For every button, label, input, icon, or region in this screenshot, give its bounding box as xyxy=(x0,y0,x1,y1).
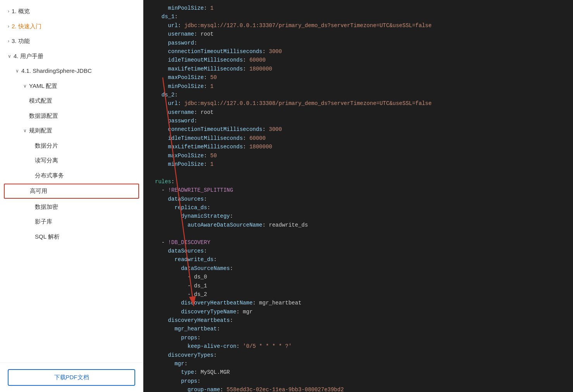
sidebar-item-label: 模式配置 xyxy=(29,96,52,105)
sidebar-item-label: 高可用 xyxy=(30,187,47,196)
sidebar-item-distributed-tx[interactable]: 分布式事务 xyxy=(0,168,143,183)
download-pdf-button[interactable]: 下载PDF文档 xyxy=(8,369,135,386)
sidebar-nav: › 1. 概览 › 2. 快速入门 › 3. 功能 ∨ 4. 用户手册 ∨ 4.… xyxy=(0,0,143,363)
code-display: minPoolSize: 1 ds_1: url: jdbc:mysql://1… xyxy=(143,0,573,392)
sidebar-item-label: 4.1. ShardingSphere-JDBC xyxy=(21,67,92,76)
sidebar-item-label: 4. 用户手册 xyxy=(14,52,43,61)
main-content: minPoolSize: 1 ds_1: url: jdbc:mysql://1… xyxy=(143,0,573,392)
sidebar-item-label: 数据加密 xyxy=(35,203,58,211)
arrow-icon: ∨ xyxy=(8,53,11,60)
sidebar-item-label: SQL 解析 xyxy=(35,232,60,241)
sidebar-item-rules-config[interactable]: ∨ 规则配置 xyxy=(0,123,143,138)
sidebar-item-overview[interactable]: › 1. 概览 xyxy=(0,4,143,19)
arrow-icon: ∨ xyxy=(23,127,27,134)
sidebar-footer: 下载PDF文档 xyxy=(0,363,143,392)
arrow-icon: ∨ xyxy=(15,67,19,74)
sidebar-item-shardingsphere-jdbc[interactable]: ∨ 4.1. ShardingSphere-JDBC xyxy=(0,64,143,79)
sidebar-item-label: 数据分片 xyxy=(35,141,58,150)
sidebar-item-usermanual[interactable]: ∨ 4. 用户手册 xyxy=(0,49,143,64)
arrow-icon: ∨ xyxy=(23,83,27,89)
sidebar-item-label: 读写分离 xyxy=(35,156,58,165)
sidebar-item-data-encrypt[interactable]: 数据加密 xyxy=(0,199,143,215)
sidebar-item-sql-parse[interactable]: SQL 解析 xyxy=(0,229,143,244)
sidebar-item-datasource-config[interactable]: 数据源配置 xyxy=(0,108,143,124)
sidebar-item-label: 2. 快速入门 xyxy=(12,22,41,31)
sidebar-item-quickstart[interactable]: › 2. 快速入门 xyxy=(0,19,143,34)
sidebar-item-high-avail[interactable]: 高可用 xyxy=(4,184,139,199)
sidebar-item-label: 分布式事务 xyxy=(35,171,64,180)
sidebar-item-readwrite-split[interactable]: 读写分离 xyxy=(0,153,143,168)
sidebar-item-data-sharding[interactable]: 数据分片 xyxy=(0,138,143,153)
arrow-icon: › xyxy=(8,8,9,15)
sidebar-item-label: 3. 功能 xyxy=(12,37,30,46)
arrow-icon: › xyxy=(8,23,9,30)
sidebar: › 1. 概览 › 2. 快速入门 › 3. 功能 ∨ 4. 用户手册 ∨ 4.… xyxy=(0,0,143,392)
sidebar-item-label: 规则配置 xyxy=(29,126,52,135)
sidebar-item-mode-config[interactable]: 模式配置 xyxy=(0,93,143,108)
sidebar-item-label: YAML 配置 xyxy=(29,82,57,91)
sidebar-item-label: 影子库 xyxy=(35,217,52,226)
arrow-icon: › xyxy=(8,38,9,45)
sidebar-item-label: 1. 概览 xyxy=(12,7,30,16)
sidebar-item-label: 数据源配置 xyxy=(29,112,58,120)
sidebar-item-features[interactable]: › 3. 功能 xyxy=(0,34,143,49)
sidebar-item-yaml-config[interactable]: ∨ YAML 配置 xyxy=(0,79,143,94)
sidebar-item-shadow-db[interactable]: 影子库 xyxy=(0,214,143,229)
